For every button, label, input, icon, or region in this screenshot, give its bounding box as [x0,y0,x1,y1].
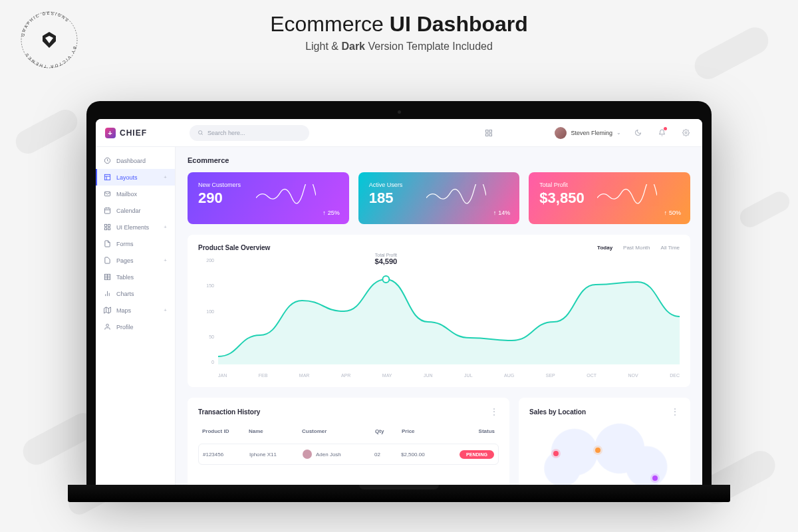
stat-delta: ↑14% [493,209,511,216]
sidebar-item-profile[interactable]: Profile [96,319,175,335]
gear-icon[interactable] [678,126,693,140]
sidebar-item-maps[interactable]: Maps+ [96,302,175,319]
svg-rect-22 [108,227,110,229]
sidebar-item-label: Pages [116,257,134,264]
stat-cards: New Customers290↑25%Active Users185↑14%T… [188,172,690,224]
hero-title: Ecommerce UI Dashboard Light & Dark Vers… [0,12,798,53]
pages-icon [104,257,111,264]
stat-card-active-users[interactable]: Active Users185↑14% [358,172,520,224]
overview-tabs: TodayPast MonthAll Time [597,245,680,251]
svg-rect-11 [104,174,110,180]
bell-icon[interactable] [654,126,669,140]
hero-title-a: Ecommerce [270,12,384,36]
laptop-mockup: CHIEF Search here... Steven Fleming ⌄ [86,101,712,502]
brand-logo[interactable]: CHIEF [105,128,147,138]
stat-card-total-profit[interactable]: Total Profit$3,850↑50% [529,172,690,224]
maps-icon [104,307,111,314]
sparkline-icon [426,184,486,205]
more-icon[interactable]: ⋮ [490,407,499,416]
sidebar-item-mailbox[interactable]: Mailbox [96,186,175,202]
map-pin[interactable] [652,475,658,481]
stat-delta: ↑25% [323,209,340,216]
hero-title-b: UI Dashboard [390,12,528,36]
expand-icon: + [164,257,167,263]
search-input[interactable]: Search here... [190,125,309,141]
avatar [303,450,312,459]
transactions-title: Transaction History [198,408,260,416]
sidebar-item-label: Layouts [116,174,138,181]
svg-point-34 [382,276,389,283]
sales-location-title: Sales by Location [529,408,586,416]
sidebar-item-charts[interactable]: Charts [96,285,175,302]
chevron-down-icon: ⌄ [616,130,621,136]
tab-all-time[interactable]: All Time [661,245,680,251]
overview-title: Product Sale Overview [198,244,270,251]
sidebar-item-label: Mailbox [116,191,137,198]
user-name: Steven Fleming [571,130,612,136]
overview-card: Product Sale Overview TodayPast MonthAll… [188,235,690,387]
sparkline-icon [256,184,316,205]
sales-chart: 200150100500 Total Profit $4,590 JANFEBM… [198,258,680,378]
app-screen: CHIEF Search here... Steven Fleming ⌄ [96,119,702,485]
sidebar-item-forms[interactable]: Forms [96,235,175,252]
grid-apps-icon[interactable] [481,126,496,140]
chart-tooltip: Total Profit $4,590 [375,253,398,265]
search-placeholder: Search here... [207,130,245,136]
layouts-icon [104,174,111,181]
sidebar-item-calendar[interactable]: Calendar [96,202,175,219]
stat-card-new-customers[interactable]: New Customers290↑25% [188,172,349,224]
map-pin[interactable] [553,451,559,456]
profile-icon [104,323,111,331]
avatar [555,127,567,139]
tab-today[interactable]: Today [597,245,612,251]
charts-icon [104,290,111,297]
mailbox-icon [104,190,111,198]
sidebar-item-label: UI Elements [116,224,149,231]
arrow-up-icon: ↑ [493,209,497,216]
table-header: Product ID Name Customer Qty Price Statu… [198,423,499,440]
map-pin[interactable] [595,448,600,453]
brand-name: CHIEF [120,128,147,138]
sidebar-item-label: Forms [116,241,134,247]
sparkline-icon [597,184,657,205]
svg-rect-20 [108,224,110,226]
svg-rect-8 [489,134,492,136]
stat-delta: ↑50% [664,209,682,216]
sidebar-item-dashboard[interactable]: Dashboard [96,152,175,169]
search-icon [198,130,203,136]
tab-past-month[interactable]: Past Month [623,245,650,251]
svg-rect-5 [486,130,489,132]
sidebar: DashboardLayouts+MailboxCalendarUI Eleme… [96,147,176,485]
user-menu[interactable]: Steven Fleming ⌄ [555,127,621,139]
svg-line-4 [201,134,203,135]
sidebar-item-label: Dashboard [116,158,146,164]
arrow-up-icon: ↑ [323,209,326,216]
status-badge: PENDING [460,450,494,459]
moon-icon[interactable] [630,126,645,140]
calendar-icon [104,207,111,214]
expand-icon: + [164,174,167,180]
dashboard-icon [104,157,111,164]
svg-rect-21 [104,227,106,229]
svg-rect-15 [104,208,110,213]
sidebar-item-label: Calendar [116,207,141,214]
main-content: Ecommerce New Customers290↑25%Active Use… [176,147,702,485]
logo-mark-icon [105,128,116,138]
svg-point-33 [106,324,109,327]
page-title: Ecommerce [188,156,690,164]
sidebar-item-ui-elements[interactable]: UI Elements+ [96,219,175,235]
more-icon[interactable]: ⋮ [671,407,680,416]
svg-rect-19 [104,224,106,226]
sidebar-item-tables[interactable]: Tables [96,269,175,285]
topbar: CHIEF Search here... Steven Fleming ⌄ [96,119,702,147]
expand-icon: + [164,224,167,230]
table-row[interactable]: #123456Iphone X11Aden Josh02$2,500.00PEN… [198,444,499,465]
svg-point-3 [199,131,202,134]
svg-point-9 [685,132,687,134]
tables-icon [104,273,111,281]
svg-rect-7 [486,134,489,136]
svg-rect-6 [489,130,492,132]
sidebar-item-layouts[interactable]: Layouts+ [96,169,175,186]
transactions-card: Transaction History ⋮ Product ID Name Cu… [188,398,509,485]
sidebar-item-pages[interactable]: Pages+ [96,252,175,269]
